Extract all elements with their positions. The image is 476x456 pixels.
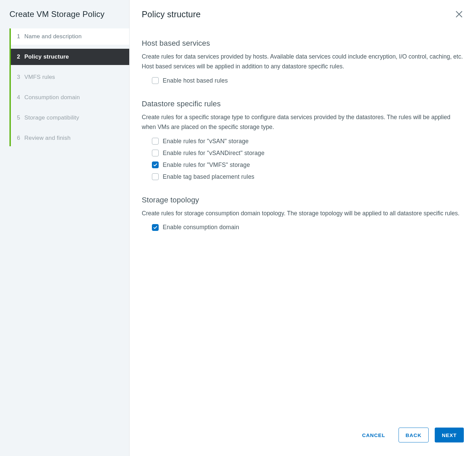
next-button[interactable]: NEXT [435,428,464,442]
checkbox-enable-consumption-domain[interactable]: Enable consumption domain [152,221,464,233]
checkbox-box-icon [152,138,159,145]
checkbox-label: Enable consumption domain [163,224,239,231]
checkbox-box-icon [152,161,159,168]
step-number: 5 [17,114,24,121]
step-label: Consumption domain [24,94,80,101]
storage-topology-description: Create rules for storage consumption dom… [142,209,464,218]
datastore-rules-checkbox-group: Enable rules for "vSAN" storageEnable ru… [142,135,464,183]
section-host-services: Host based services Create rules for dat… [142,39,464,87]
checkbox-label: Enable rules for "vSANDirect" storage [163,150,265,157]
step-label: Review and finish [24,135,71,142]
checkbox-enable-vsandirect[interactable]: Enable rules for "vSANDirect" storage [152,147,464,159]
back-button[interactable]: BACK [399,428,429,442]
checkbox-box-icon [152,173,159,180]
checkbox-label: Enable host based rules [163,77,228,84]
wizard-step-5: 5Storage compatibility [11,110,129,126]
checkbox-label: Enable tag based placement rules [163,173,254,180]
close-icon[interactable] [454,9,464,19]
checkbox-enable-tag[interactable]: Enable tag based placement rules [152,171,464,183]
host-services-checkbox-group: Enable host based rules [142,75,464,87]
storage-topology-checkbox-group: Enable consumption domain [142,221,464,233]
wizard-dialog: Create VM Storage Policy 1Name and descr… [0,0,476,456]
wizard-step-1[interactable]: 1Name and description [11,28,129,45]
wizard-step-2[interactable]: 2Policy structure [11,49,129,65]
checkbox-label: Enable rules for "VMFS" storage [163,161,250,169]
step-number: 3 [17,74,24,81]
wizard-sidebar: Create VM Storage Policy 1Name and descr… [0,0,130,456]
checkbox-enable-vmfs[interactable]: Enable rules for "VMFS" storage [152,159,464,171]
wizard-title: Create VM Storage Policy [0,9,129,28]
page-title: Policy structure [142,9,464,19]
wizard-content: Policy structure Host based services Cre… [130,0,476,456]
checkbox-box-icon [152,150,159,156]
step-number: 1 [17,33,24,40]
step-label: Policy structure [24,53,69,60]
wizard-footer: CANCEL BACK NEXT [142,418,464,456]
storage-topology-heading: Storage topology [142,196,464,204]
cancel-button[interactable]: CANCEL [355,428,392,442]
checkbox-label: Enable rules for "vSAN" storage [163,138,249,145]
datastore-rules-heading: Datastore specific rules [142,100,464,108]
step-label: VMFS rules [24,74,55,81]
host-services-description: Create rules for data services provided … [142,52,464,71]
step-number: 2 [17,53,24,60]
section-datastore-rules: Datastore specific rules Create rules fo… [142,100,464,183]
wizard-step-3: 3VMFS rules [11,69,129,85]
wizard-step-4: 4Consumption domain [11,89,129,106]
datastore-rules-description: Create rules for a specific storage type… [142,112,464,132]
section-storage-topology: Storage topology Create rules for storag… [142,196,464,234]
step-number: 6 [17,135,24,142]
step-number: 4 [17,94,24,101]
wizard-step-6: 6Review and finish [11,130,129,146]
host-services-heading: Host based services [142,39,464,48]
checkbox-enable-vsan[interactable]: Enable rules for "vSAN" storage [152,135,464,147]
checkbox-enable-host-rules[interactable]: Enable host based rules [152,75,464,87]
wizard-steps: 1Name and description2Policy structure3V… [9,28,129,146]
checkbox-box-icon [152,224,159,231]
step-label: Storage compatibility [24,114,79,121]
checkbox-box-icon [152,77,159,84]
step-label: Name and description [24,33,82,40]
